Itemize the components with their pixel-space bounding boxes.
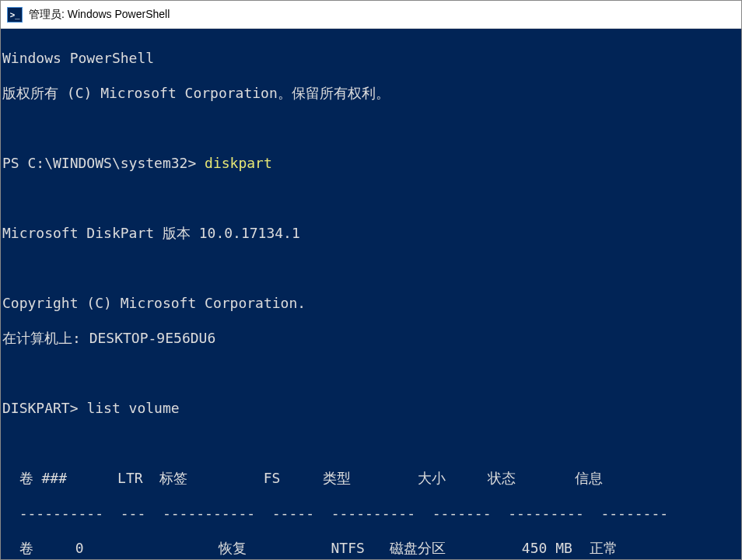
terminal-output: 在计算机上: DESKTOP-9E56DU6 <box>2 330 741 348</box>
terminal-blank <box>2 365 741 383</box>
titlebar[interactable]: >_ 管理员: Windows PowerShell <box>1 1 741 29</box>
powershell-window: >_ 管理员: Windows PowerShell Windows Power… <box>0 0 742 560</box>
table-row: 卷 0 恢复 NTFS 磁盘分区 450 MB 正常 <box>2 540 741 558</box>
terminal-output: Copyright (C) Microsoft Corporation. <box>2 295 741 313</box>
diskpart-prompt: DISKPART> <box>2 400 86 416</box>
terminal-output: Windows PowerShell <box>2 50 741 68</box>
powershell-icon: >_ <box>7 7 23 23</box>
window-title: 管理员: Windows PowerShell <box>29 8 170 22</box>
table-divider: ---------- --- ----------- ----- -------… <box>2 505 741 523</box>
terminal-area[interactable]: Windows PowerShell 版权所有 (C) Microsoft Co… <box>1 29 741 559</box>
terminal-blank <box>2 120 741 138</box>
terminal-blank <box>2 190 741 208</box>
terminal-blank <box>2 435 741 453</box>
terminal-prompt-line: PS C:\WINDOWS\system32> diskpart <box>2 155 741 173</box>
terminal-output: 版权所有 (C) Microsoft Corporation。保留所有权利。 <box>2 85 741 103</box>
terminal-blank <box>2 260 741 278</box>
prompt-path: PS C:\WINDOWS\system32> <box>2 155 205 171</box>
terminal-prompt-line: DISKPART> list volume <box>2 400 741 418</box>
command-list-volume: list volume <box>86 400 179 416</box>
terminal-output: Microsoft DiskPart 版本 10.0.17134.1 <box>2 225 741 243</box>
table-header: 卷 ### LTR 标签 FS 类型 大小 状态 信息 <box>2 470 741 488</box>
command-diskpart: diskpart <box>205 155 272 171</box>
